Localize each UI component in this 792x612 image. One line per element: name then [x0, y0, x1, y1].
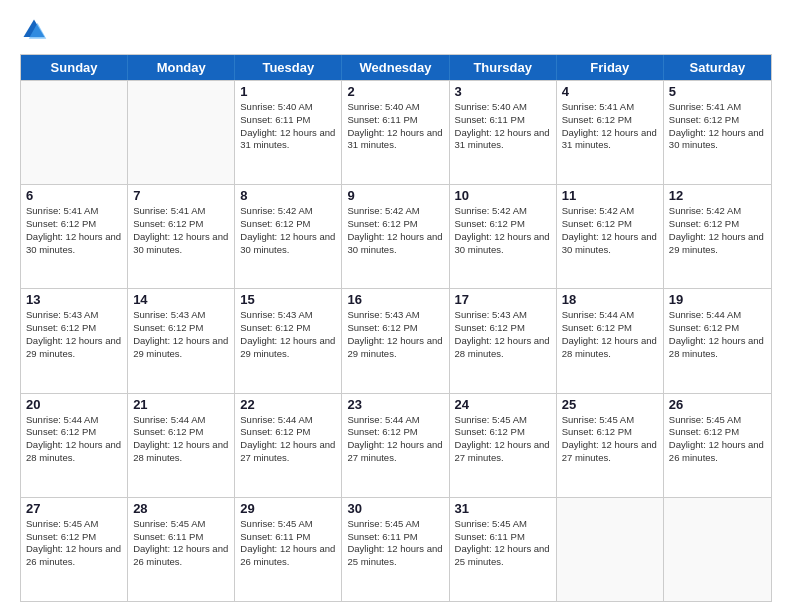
day-info: Sunrise: 5:45 AM Sunset: 6:12 PM Dayligh…: [669, 414, 766, 465]
day-cell-5: 5Sunrise: 5:41 AM Sunset: 6:12 PM Daylig…: [664, 81, 771, 184]
day-info: Sunrise: 5:40 AM Sunset: 6:11 PM Dayligh…: [347, 101, 443, 152]
day-info: Sunrise: 5:41 AM Sunset: 6:12 PM Dayligh…: [26, 205, 122, 256]
calendar-body: 1Sunrise: 5:40 AM Sunset: 6:11 PM Daylig…: [21, 80, 771, 601]
day-number: 8: [240, 188, 336, 203]
day-cell-23: 23Sunrise: 5:44 AM Sunset: 6:12 PM Dayli…: [342, 394, 449, 497]
day-number: 28: [133, 501, 229, 516]
day-number: 15: [240, 292, 336, 307]
day-number: 4: [562, 84, 658, 99]
day-number: 12: [669, 188, 766, 203]
calendar-header: SundayMondayTuesdayWednesdayThursdayFrid…: [21, 55, 771, 80]
calendar: SundayMondayTuesdayWednesdayThursdayFrid…: [20, 54, 772, 602]
day-cell-19: 19Sunrise: 5:44 AM Sunset: 6:12 PM Dayli…: [664, 289, 771, 392]
day-info: Sunrise: 5:44 AM Sunset: 6:12 PM Dayligh…: [240, 414, 336, 465]
day-cell-4: 4Sunrise: 5:41 AM Sunset: 6:12 PM Daylig…: [557, 81, 664, 184]
day-info: Sunrise: 5:42 AM Sunset: 6:12 PM Dayligh…: [455, 205, 551, 256]
day-info: Sunrise: 5:40 AM Sunset: 6:11 PM Dayligh…: [240, 101, 336, 152]
day-cell-2: 2Sunrise: 5:40 AM Sunset: 6:11 PM Daylig…: [342, 81, 449, 184]
day-info: Sunrise: 5:45 AM Sunset: 6:11 PM Dayligh…: [347, 518, 443, 569]
page-header: [20, 16, 772, 44]
day-cell-7: 7Sunrise: 5:41 AM Sunset: 6:12 PM Daylig…: [128, 185, 235, 288]
day-cell-15: 15Sunrise: 5:43 AM Sunset: 6:12 PM Dayli…: [235, 289, 342, 392]
day-number: 5: [669, 84, 766, 99]
empty-cell: [664, 498, 771, 601]
header-day-wednesday: Wednesday: [342, 55, 449, 80]
day-cell-26: 26Sunrise: 5:45 AM Sunset: 6:12 PM Dayli…: [664, 394, 771, 497]
day-cell-29: 29Sunrise: 5:45 AM Sunset: 6:11 PM Dayli…: [235, 498, 342, 601]
header-day-tuesday: Tuesday: [235, 55, 342, 80]
header-day-thursday: Thursday: [450, 55, 557, 80]
day-number: 17: [455, 292, 551, 307]
day-cell-21: 21Sunrise: 5:44 AM Sunset: 6:12 PM Dayli…: [128, 394, 235, 497]
day-cell-27: 27Sunrise: 5:45 AM Sunset: 6:12 PM Dayli…: [21, 498, 128, 601]
day-info: Sunrise: 5:45 AM Sunset: 6:11 PM Dayligh…: [455, 518, 551, 569]
day-cell-28: 28Sunrise: 5:45 AM Sunset: 6:11 PM Dayli…: [128, 498, 235, 601]
calendar-row-4: 20Sunrise: 5:44 AM Sunset: 6:12 PM Dayli…: [21, 393, 771, 497]
day-cell-16: 16Sunrise: 5:43 AM Sunset: 6:12 PM Dayli…: [342, 289, 449, 392]
day-info: Sunrise: 5:41 AM Sunset: 6:12 PM Dayligh…: [133, 205, 229, 256]
calendar-row-3: 13Sunrise: 5:43 AM Sunset: 6:12 PM Dayli…: [21, 288, 771, 392]
day-cell-1: 1Sunrise: 5:40 AM Sunset: 6:11 PM Daylig…: [235, 81, 342, 184]
day-number: 20: [26, 397, 122, 412]
day-info: Sunrise: 5:44 AM Sunset: 6:12 PM Dayligh…: [26, 414, 122, 465]
day-number: 9: [347, 188, 443, 203]
header-day-friday: Friday: [557, 55, 664, 80]
day-number: 22: [240, 397, 336, 412]
day-cell-22: 22Sunrise: 5:44 AM Sunset: 6:12 PM Dayli…: [235, 394, 342, 497]
day-number: 16: [347, 292, 443, 307]
day-cell-25: 25Sunrise: 5:45 AM Sunset: 6:12 PM Dayli…: [557, 394, 664, 497]
day-info: Sunrise: 5:41 AM Sunset: 6:12 PM Dayligh…: [562, 101, 658, 152]
day-number: 31: [455, 501, 551, 516]
empty-cell: [557, 498, 664, 601]
day-info: Sunrise: 5:43 AM Sunset: 6:12 PM Dayligh…: [240, 309, 336, 360]
day-number: 2: [347, 84, 443, 99]
day-cell-9: 9Sunrise: 5:42 AM Sunset: 6:12 PM Daylig…: [342, 185, 449, 288]
day-cell-31: 31Sunrise: 5:45 AM Sunset: 6:11 PM Dayli…: [450, 498, 557, 601]
calendar-row-5: 27Sunrise: 5:45 AM Sunset: 6:12 PM Dayli…: [21, 497, 771, 601]
day-info: Sunrise: 5:42 AM Sunset: 6:12 PM Dayligh…: [240, 205, 336, 256]
logo: [20, 16, 52, 44]
day-number: 26: [669, 397, 766, 412]
day-number: 21: [133, 397, 229, 412]
calendar-row-1: 1Sunrise: 5:40 AM Sunset: 6:11 PM Daylig…: [21, 80, 771, 184]
day-info: Sunrise: 5:42 AM Sunset: 6:12 PM Dayligh…: [669, 205, 766, 256]
day-cell-6: 6Sunrise: 5:41 AM Sunset: 6:12 PM Daylig…: [21, 185, 128, 288]
day-info: Sunrise: 5:43 AM Sunset: 6:12 PM Dayligh…: [133, 309, 229, 360]
day-info: Sunrise: 5:45 AM Sunset: 6:11 PM Dayligh…: [133, 518, 229, 569]
day-info: Sunrise: 5:44 AM Sunset: 6:12 PM Dayligh…: [669, 309, 766, 360]
day-number: 25: [562, 397, 658, 412]
day-cell-30: 30Sunrise: 5:45 AM Sunset: 6:11 PM Dayli…: [342, 498, 449, 601]
day-cell-8: 8Sunrise: 5:42 AM Sunset: 6:12 PM Daylig…: [235, 185, 342, 288]
header-day-sunday: Sunday: [21, 55, 128, 80]
day-cell-14: 14Sunrise: 5:43 AM Sunset: 6:12 PM Dayli…: [128, 289, 235, 392]
header-day-saturday: Saturday: [664, 55, 771, 80]
day-number: 13: [26, 292, 122, 307]
empty-cell: [21, 81, 128, 184]
header-day-monday: Monday: [128, 55, 235, 80]
day-number: 24: [455, 397, 551, 412]
day-number: 23: [347, 397, 443, 412]
day-cell-18: 18Sunrise: 5:44 AM Sunset: 6:12 PM Dayli…: [557, 289, 664, 392]
day-number: 29: [240, 501, 336, 516]
day-cell-17: 17Sunrise: 5:43 AM Sunset: 6:12 PM Dayli…: [450, 289, 557, 392]
day-cell-24: 24Sunrise: 5:45 AM Sunset: 6:12 PM Dayli…: [450, 394, 557, 497]
day-number: 19: [669, 292, 766, 307]
day-cell-20: 20Sunrise: 5:44 AM Sunset: 6:12 PM Dayli…: [21, 394, 128, 497]
day-number: 3: [455, 84, 551, 99]
day-cell-3: 3Sunrise: 5:40 AM Sunset: 6:11 PM Daylig…: [450, 81, 557, 184]
day-number: 7: [133, 188, 229, 203]
logo-icon: [20, 16, 48, 44]
day-cell-11: 11Sunrise: 5:42 AM Sunset: 6:12 PM Dayli…: [557, 185, 664, 288]
day-info: Sunrise: 5:44 AM Sunset: 6:12 PM Dayligh…: [347, 414, 443, 465]
day-number: 11: [562, 188, 658, 203]
day-info: Sunrise: 5:40 AM Sunset: 6:11 PM Dayligh…: [455, 101, 551, 152]
day-info: Sunrise: 5:43 AM Sunset: 6:12 PM Dayligh…: [26, 309, 122, 360]
calendar-row-2: 6Sunrise: 5:41 AM Sunset: 6:12 PM Daylig…: [21, 184, 771, 288]
day-info: Sunrise: 5:41 AM Sunset: 6:12 PM Dayligh…: [669, 101, 766, 152]
day-info: Sunrise: 5:45 AM Sunset: 6:12 PM Dayligh…: [455, 414, 551, 465]
empty-cell: [128, 81, 235, 184]
day-info: Sunrise: 5:43 AM Sunset: 6:12 PM Dayligh…: [347, 309, 443, 360]
day-number: 30: [347, 501, 443, 516]
day-number: 14: [133, 292, 229, 307]
day-info: Sunrise: 5:45 AM Sunset: 6:12 PM Dayligh…: [562, 414, 658, 465]
